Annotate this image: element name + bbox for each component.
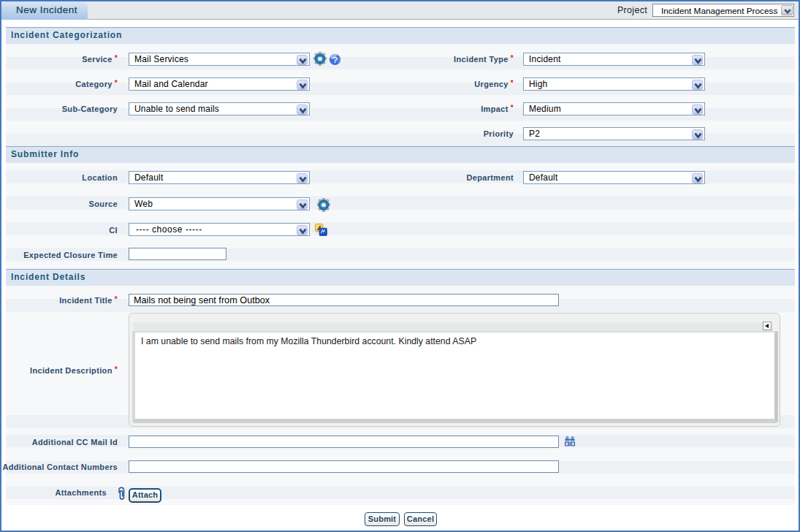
svg-text:?: ? bbox=[332, 56, 338, 64]
